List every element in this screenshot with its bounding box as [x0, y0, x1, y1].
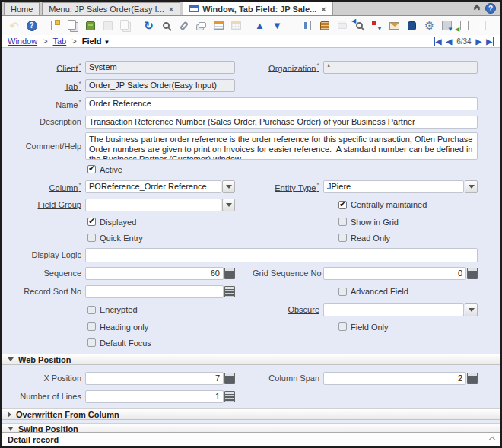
breadcrumb-current[interactable]: Field [82, 37, 102, 46]
tab-home[interactable]: Home [4, 2, 40, 15]
requests-icon[interactable] [388, 19, 401, 32]
heading-only-checkbox[interactable] [87, 322, 96, 331]
tab-label[interactable]: Tab [2, 80, 85, 91]
zoom-across-icon[interactable]: ◀ [353, 19, 366, 32]
help-icon[interactable]: ? [485, 3, 496, 14]
organization-field[interactable] [323, 61, 478, 74]
breadcrumb-tab-link[interactable]: Tab [52, 37, 66, 46]
collapse-header-icon[interactable] [475, 5, 479, 11]
detail-toggle-icon[interactable] [230, 19, 243, 32]
calculator-icon[interactable] [224, 391, 235, 402]
find-icon[interactable] [160, 19, 173, 32]
close-icon[interactable]: × [169, 5, 173, 14]
client-label[interactable]: Client [2, 62, 85, 73]
encrypted-checkbox[interactable] [87, 306, 96, 314]
chevron-down-icon [226, 203, 232, 207]
copy-record-icon[interactable] [66, 19, 79, 32]
last-record-icon[interactable]: ▶ [486, 37, 494, 46]
section-web-position[interactable]: Web Position [2, 354, 500, 365]
chevron-up-icon[interactable] [489, 437, 495, 443]
number-of-lines-input[interactable] [85, 390, 224, 403]
tab-field[interactable] [85, 79, 235, 92]
default-focus-checkbox[interactable] [87, 338, 96, 347]
centrally-maintained-checkbox[interactable] [338, 201, 347, 209]
comment-help-textarea[interactable]: The business partner order reference is … [85, 132, 478, 160]
print-icon[interactable] [335, 19, 348, 32]
heading-fieldonly-row: Heading only Field Only [2, 319, 500, 335]
tab-menu-jp-sales-order[interactable]: Menu: JP Sales Order(Easy I... × [42, 2, 180, 15]
undo-icon[interactable]: ↶ [8, 19, 21, 32]
field-only-checkbox[interactable] [338, 322, 347, 331]
advanced-field-checkbox[interactable] [338, 288, 347, 296]
next-record-icon[interactable]: ▶ [476, 37, 482, 46]
process-icon[interactable]: ⚙ [423, 19, 436, 32]
calculator-icon[interactable] [467, 373, 478, 384]
record-sort-no-input[interactable] [85, 285, 224, 298]
chat-icon[interactable] [195, 19, 208, 32]
csv-import-icon[interactable] [458, 19, 471, 32]
calculator-icon[interactable] [224, 286, 235, 297]
entity-type-dropdown-button[interactable] [465, 180, 478, 193]
record-sort-row: Record Sort No Advanced Field [2, 282, 500, 300]
sequence-input[interactable] [85, 267, 224, 280]
section-overwritten-from-column[interactable]: Overwritten From Column [2, 408, 500, 420]
grid-sequence-no-input[interactable] [323, 267, 466, 280]
report-icon[interactable] [300, 19, 313, 32]
column-input[interactable] [85, 180, 221, 193]
display-logic-textarea[interactable] [85, 248, 478, 262]
detail-record-bar[interactable]: Detail record [2, 432, 500, 446]
first-record-icon[interactable]: ◀ [434, 37, 442, 46]
close-icon[interactable]: × [321, 5, 326, 14]
fieldgroup-centrally-row: Field Group Centrally maintained [2, 195, 500, 214]
delete-record-icon[interactable] [84, 19, 97, 32]
section-swing-position[interactable]: Swing Position [2, 423, 500, 432]
show-in-grid-checkbox[interactable] [338, 218, 347, 226]
attachment-icon[interactable] [177, 19, 190, 32]
read-only-checkbox[interactable] [338, 234, 347, 242]
new-record-icon[interactable] [49, 19, 62, 32]
help-toolbar-icon[interactable]: ? [25, 19, 38, 32]
calculator-icon[interactable] [467, 268, 478, 279]
window-icon [189, 5, 199, 12]
archive-icon[interactable] [318, 19, 331, 32]
export-icon[interactable] [440, 19, 453, 32]
obscure-label[interactable]: Obscure [253, 305, 323, 314]
quickentry-readonly-row: Quick Entry Read Only [2, 230, 500, 246]
obscure-input[interactable] [323, 303, 464, 316]
centrally-maintained-label: Centrally maintained [351, 200, 427, 209]
organization-label[interactable]: Organization [253, 62, 323, 73]
entity-type-input[interactable] [323, 180, 464, 193]
breadcrumb-window-link[interactable]: Window [8, 37, 37, 46]
calculator-icon[interactable] [224, 373, 235, 384]
field-group-input[interactable] [85, 199, 221, 211]
calculator-icon[interactable] [224, 268, 235, 279]
parent-record-icon[interactable]: ▲ [253, 19, 266, 32]
quick-entry-checkbox[interactable] [87, 234, 96, 242]
chevron-down-icon[interactable]: ▼ [104, 39, 110, 46]
previous-record-icon[interactable]: ◀ [446, 37, 452, 46]
field-group-label[interactable]: Field Group [2, 200, 85, 209]
client-field[interactable] [85, 61, 235, 74]
save-icon[interactable] [101, 19, 114, 32]
name-input[interactable] [85, 97, 478, 110]
tab-window-tab-field[interactable]: Window, Tab Field: JP Sale... × [183, 1, 333, 15]
column-label[interactable]: Column [2, 181, 85, 192]
active-checkbox[interactable] [87, 165, 96, 173]
grid-toggle-icon[interactable] [212, 19, 225, 32]
save-create-icon[interactable] [119, 19, 132, 32]
field-group-dropdown-button[interactable] [222, 199, 235, 211]
column-dropdown-button[interactable] [222, 180, 235, 193]
description-input[interactable] [85, 116, 478, 129]
displayed-checkbox[interactable] [87, 218, 96, 226]
post-it-icon[interactable] [475, 19, 488, 32]
column-span-input[interactable] [323, 372, 466, 385]
workflow-icon[interactable] [370, 19, 383, 32]
x-position-input[interactable] [85, 372, 224, 385]
obscure-dropdown-button[interactable] [465, 303, 478, 316]
detail-record-icon[interactable]: ▼ [271, 19, 284, 32]
record-position: 6/34 [456, 37, 471, 46]
refresh-icon[interactable]: ↻ [142, 19, 155, 32]
record-access-icon[interactable] [405, 19, 418, 32]
active-label: Active [100, 165, 122, 174]
entity-type-label[interactable]: Entity Type [253, 181, 323, 192]
